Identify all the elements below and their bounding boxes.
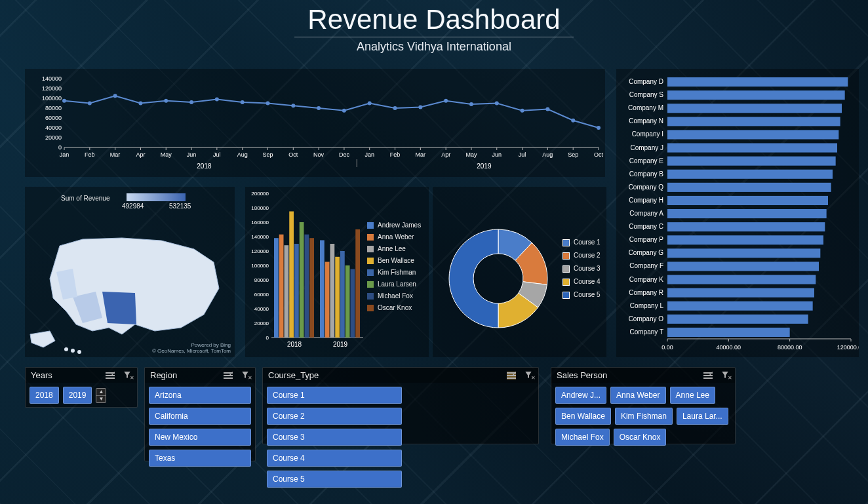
svg-point-12: [164, 99, 168, 103]
svg-point-28: [571, 119, 575, 123]
slicer-title: Years: [31, 370, 52, 380]
svg-rect-109: [355, 229, 360, 338]
spinner-down[interactable]: ▼: [96, 396, 106, 402]
svg-text:Jan: Jan: [365, 151, 374, 158]
sp-btn-0[interactable]: Andrew J...: [555, 387, 606, 404]
svg-rect-147: [667, 315, 808, 324]
course-btn-0[interactable]: Course 1: [267, 387, 402, 404]
svg-text:Company D: Company D: [629, 78, 663, 85]
region-btn-1[interactable]: California: [149, 408, 251, 425]
svg-rect-117: [667, 117, 840, 126]
course-btn-4[interactable]: Course 5: [267, 471, 402, 488]
sp-btn-4[interactable]: Kim Fishman: [615, 408, 673, 425]
svg-rect-127: [667, 183, 831, 192]
company-bar-chart: Company DCompany SCompany MCompany NComp…: [616, 69, 859, 357]
sp-btn-3[interactable]: Ben Wallace: [555, 408, 611, 425]
svg-text:Nov: Nov: [313, 151, 325, 158]
svg-point-15: [241, 100, 245, 104]
multiselect-icon[interactable]: [507, 372, 516, 379]
svg-text:Jun: Jun: [492, 151, 502, 158]
svg-rect-98: [300, 222, 304, 338]
multiselect-icon[interactable]: [224, 372, 233, 379]
svg-rect-160: [507, 372, 516, 379]
svg-point-11: [138, 102, 142, 106]
svg-rect-121: [667, 144, 837, 153]
svg-text:Company T: Company T: [629, 328, 663, 336]
sp-btn-6[interactable]: Michael Fox: [555, 429, 610, 446]
slicer-title: Sales Person: [557, 370, 607, 380]
svg-text:100000: 100000: [42, 95, 62, 102]
multiselect-icon[interactable]: [703, 372, 713, 379]
svg-text:100000: 100000: [251, 263, 269, 269]
svg-text:Sep: Sep: [568, 151, 578, 158]
region-slicer: Region Arizona California New Mexico Tex…: [144, 367, 256, 461]
multiselect-icon[interactable]: [106, 372, 115, 379]
sp-btn-1[interactable]: Anna Weber: [610, 387, 666, 404]
svg-text:Mar: Mar: [416, 151, 426, 158]
svg-text:20000: 20000: [45, 134, 62, 141]
svg-text:120000: 120000: [42, 85, 62, 92]
svg-text:Dec: Dec: [339, 151, 350, 158]
svg-text:Company K: Company K: [629, 276, 664, 283]
svg-rect-139: [667, 262, 819, 271]
svg-point-78: [64, 347, 68, 351]
svg-text:Company N: Company N: [629, 117, 663, 125]
svg-text:Sep: Sep: [262, 151, 273, 158]
svg-text:120000: 120000: [251, 248, 269, 254]
svg-text:Company R: Company R: [629, 289, 663, 296]
sp-btn-5[interactable]: Laura Lar...: [677, 408, 728, 425]
svg-text:2019: 2019: [333, 341, 348, 348]
svg-point-29: [597, 126, 601, 130]
svg-rect-93: [274, 238, 279, 338]
svg-text:80000: 80000: [45, 105, 62, 111]
svg-rect-133: [667, 222, 825, 231]
svg-text:2018: 2018: [197, 163, 212, 170]
svg-text:Jan: Jan: [60, 151, 69, 158]
svg-rect-102: [320, 241, 325, 338]
year-btn-0[interactable]: 2018: [30, 387, 59, 404]
svg-text:Company F: Company F: [629, 262, 663, 269]
svg-rect-119: [667, 130, 838, 139]
clear-filter-icon[interactable]: [524, 372, 533, 379]
region-btn-2[interactable]: New Mexico: [149, 429, 251, 446]
svg-point-16: [266, 102, 269, 106]
svg-text:0.00: 0.00: [661, 344, 673, 351]
clear-filter-icon[interactable]: [720, 372, 730, 379]
sp-btn-7[interactable]: Oscar Knox: [614, 429, 667, 446]
region-btn-3[interactable]: Texas: [149, 450, 251, 467]
course-btn-1[interactable]: Course 2: [267, 408, 402, 425]
svg-rect-99: [305, 235, 309, 338]
svg-rect-111: [667, 77, 848, 87]
svg-text:Company L: Company L: [630, 302, 664, 309]
svg-text:Company M: Company M: [628, 104, 663, 111]
svg-point-18: [317, 106, 321, 110]
year-spinner[interactable]: ▲▼: [96, 388, 106, 403]
svg-point-79: [71, 349, 75, 353]
svg-point-14: [215, 98, 219, 102]
spinner-up[interactable]: ▲: [96, 389, 106, 396]
page-subtitle: Analytics Vidhya International: [0, 40, 868, 54]
course-btn-3[interactable]: Course 4: [267, 450, 402, 467]
clear-filter-icon[interactable]: [241, 372, 250, 379]
svg-text:0: 0: [266, 335, 269, 341]
svg-text:Company J: Company J: [630, 144, 663, 151]
svg-rect-115: [667, 104, 842, 113]
year-btn-1[interactable]: 2019: [63, 387, 92, 404]
svg-rect-105: [335, 257, 340, 338]
svg-rect-131: [667, 209, 827, 218]
svg-text:Company B: Company B: [629, 170, 664, 178]
clear-filter-icon[interactable]: [123, 372, 132, 379]
svg-rect-103: [325, 262, 330, 338]
line-chart: 020000400006000080000100000120000140000J…: [25, 69, 605, 177]
svg-rect-106: [340, 251, 345, 338]
svg-text:40000: 40000: [45, 125, 62, 131]
region-btn-0[interactable]: Arizona: [149, 387, 251, 404]
svg-point-24: [469, 102, 473, 106]
svg-point-22: [418, 106, 422, 109]
svg-rect-94: [279, 235, 284, 338]
course-btn-2[interactable]: Course 3: [267, 429, 402, 446]
sp-btn-2[interactable]: Anne Lee: [670, 387, 715, 404]
svg-point-10: [113, 94, 117, 98]
svg-text:160000: 160000: [251, 220, 269, 225]
svg-text:2019: 2019: [477, 163, 492, 170]
